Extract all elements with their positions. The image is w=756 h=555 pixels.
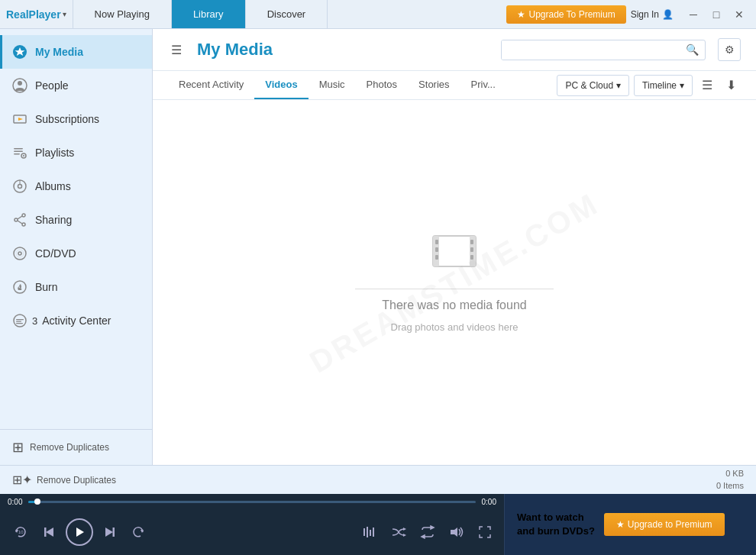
remove-duplicates-icon: ⊞ xyxy=(12,439,24,456)
volume-button[interactable] xyxy=(444,524,469,540)
remove-duplicates-bar[interactable]: ⊞✦ Remove Duplicates xyxy=(12,473,116,487)
subscriptions-icon xyxy=(12,111,27,127)
sidebar-item-my-media[interactable]: My Media xyxy=(0,35,152,69)
titlebar-right: ★ Upgrade To Premium Sign In 👤 ─ □ ✕ xyxy=(500,4,756,25)
svg-marker-51 xyxy=(422,535,425,538)
download-icon: ⬇ xyxy=(726,79,736,92)
tab-videos[interactable]: Videos xyxy=(254,71,308,99)
sidebar-bottom: ⊞ Remove Duplicates xyxy=(0,429,152,465)
sidebar-item-label: Playlists xyxy=(35,147,74,159)
title-bar: RealPlayer ▾ Now Playing Library Discove… xyxy=(0,0,756,29)
playlists-icon xyxy=(12,145,27,160)
equalizer-button[interactable] xyxy=(357,524,382,540)
sidebar-activity-badge: 3 xyxy=(32,315,37,327)
sidebar-item-people[interactable]: People xyxy=(0,69,152,102)
star-icon: ★ xyxy=(616,519,625,530)
empty-title: There was no media found xyxy=(382,298,526,312)
settings-button[interactable]: ⚙ xyxy=(718,38,741,61)
tab-discover[interactable]: Discover xyxy=(246,0,328,28)
svg-rect-45 xyxy=(367,527,368,537)
progress-track[interactable] xyxy=(28,501,475,503)
shuffle-button[interactable] xyxy=(386,524,411,540)
burn-icon xyxy=(12,279,27,295)
sidebar-item-label: Sharing xyxy=(35,214,72,226)
sidebar-item-label: People xyxy=(35,79,69,92)
cddvd-icon xyxy=(12,246,27,261)
pc-cloud-label: PC & Cloud xyxy=(565,80,613,91)
sidebar-item-cddvd[interactable]: CD/DVD xyxy=(0,237,152,270)
replay-button[interactable]: 10 xyxy=(8,522,34,542)
sidebar-item-label: Albums xyxy=(35,180,71,192)
pc-cloud-dropdown[interactable]: PC & Cloud ▾ xyxy=(557,75,629,96)
remove-duplicates-button[interactable]: ⊞ Remove Duplicates xyxy=(0,429,152,465)
tab-library[interactable]: Library xyxy=(172,0,246,28)
sign-in-button[interactable]: Sign In 👤 xyxy=(631,9,674,20)
svg-rect-32 xyxy=(435,255,438,260)
time-end: 0:00 xyxy=(482,498,496,506)
svg-marker-48 xyxy=(403,528,406,531)
remove-duplicates-bar-label: Remove Duplicates xyxy=(37,475,116,486)
svg-rect-46 xyxy=(370,530,371,536)
svg-point-16 xyxy=(22,223,25,226)
svg-marker-50 xyxy=(431,526,434,529)
time-start: 0:00 xyxy=(8,498,22,506)
logo-text: RealPlayer xyxy=(6,8,61,21)
maximize-button[interactable]: □ xyxy=(706,4,727,25)
tab-stories[interactable]: Stories xyxy=(408,71,460,99)
status-bar: ⊞✦ Remove Duplicates 0 KB 0 Items xyxy=(0,465,756,494)
list-icon: ☰ xyxy=(702,79,712,92)
sidebar-item-subscriptions[interactable]: Subscriptions xyxy=(0,102,152,136)
logo-area[interactable]: RealPlayer ▾ xyxy=(0,8,73,21)
sidebar-item-sharing[interactable]: Sharing xyxy=(0,203,152,237)
person-circle-icon xyxy=(12,78,27,93)
svg-point-19 xyxy=(14,247,26,260)
svg-rect-26 xyxy=(16,323,23,324)
svg-marker-5 xyxy=(18,118,23,121)
menu-button[interactable]: ☰ xyxy=(168,40,185,60)
svg-rect-31 xyxy=(435,247,438,252)
activity-icon xyxy=(12,313,27,328)
svg-rect-34 xyxy=(470,247,473,252)
sharing-icon xyxy=(12,212,27,227)
progress-bar-container: 0:00 0:00 xyxy=(0,494,504,509)
minimize-button[interactable]: ─ xyxy=(683,4,704,25)
page-title: My Media xyxy=(197,40,273,60)
tab-private[interactable]: Priv... xyxy=(460,71,506,99)
sidebar-item-burn[interactable]: Burn xyxy=(0,270,152,304)
sidebar: My Media People Subscriptions xyxy=(0,29,153,465)
timeline-dropdown[interactable]: Timeline ▾ xyxy=(634,75,693,96)
previous-button[interactable] xyxy=(38,524,61,540)
list-view-button[interactable]: ☰ xyxy=(697,75,717,95)
promo-upgrade-button[interactable]: ★ Upgrade to Premium xyxy=(604,513,725,536)
close-button[interactable]: ✕ xyxy=(729,4,750,25)
upgrade-btn-label: Upgrade To Premium xyxy=(528,9,615,20)
sidebar-item-label: CD/DVD xyxy=(35,247,76,260)
play-button[interactable] xyxy=(66,518,93,546)
tab-music[interactable]: Music xyxy=(309,71,356,99)
player-controls: 10 xyxy=(0,509,504,555)
upgrade-premium-button[interactable]: ★ Upgrade To Premium xyxy=(506,5,625,24)
next-button[interactable] xyxy=(98,524,121,540)
remove-duplicates-bar-icon: ⊞✦ xyxy=(12,473,32,487)
progress-dot xyxy=(34,499,40,505)
sidebar-item-playlists[interactable]: Playlists xyxy=(0,136,152,169)
content-header: ☰ My Media 🔍 ⚙ xyxy=(153,29,756,71)
download-button[interactable]: ⬇ xyxy=(722,75,741,95)
chevron-down-icon: ▾ xyxy=(616,80,621,91)
svg-line-18 xyxy=(18,221,22,224)
svg-point-21 xyxy=(16,250,24,257)
player-section: 0:00 0:00 10 xyxy=(0,494,504,555)
sidebar-item-albums[interactable]: Albums xyxy=(0,169,152,203)
window-controls: ─ □ ✕ xyxy=(683,4,750,25)
search-button[interactable]: 🔍 xyxy=(680,44,705,56)
fullscreen-button[interactable] xyxy=(473,524,496,540)
content-nav-tabs: Recent Activity Videos Music Photos Stor… xyxy=(153,71,756,100)
sidebar-item-activity[interactable]: 3 Activity Center xyxy=(0,304,152,337)
tab-recent-activity[interactable]: Recent Activity xyxy=(168,71,254,99)
search-input[interactable] xyxy=(502,40,680,60)
tab-photos[interactable]: Photos xyxy=(356,71,408,99)
forward-button[interactable] xyxy=(125,522,151,542)
repeat-button[interactable] xyxy=(415,524,440,540)
tab-now-playing[interactable]: Now Playing xyxy=(73,0,172,28)
albums-icon xyxy=(12,179,27,194)
